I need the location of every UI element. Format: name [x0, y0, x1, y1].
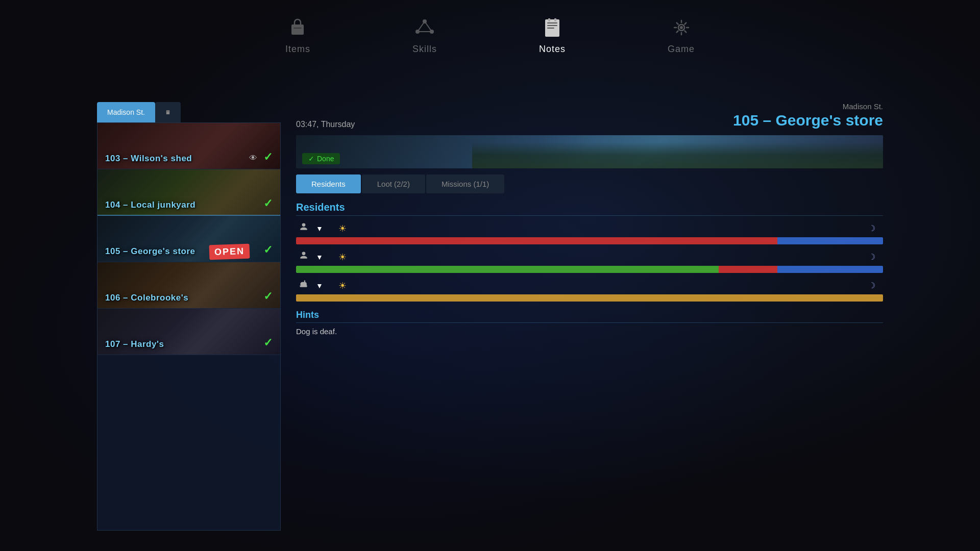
location-name-107: 107 – Hardy's	[105, 339, 164, 349]
left-panel: Madison St. 103 – Wilson's shed 👁 ✓	[97, 102, 281, 531]
sun-icon-3: ☀	[338, 280, 347, 291]
location-item-106[interactable]: 106 – Colebrooke's ✓	[97, 262, 280, 309]
arrow-icon-3: ▼	[316, 282, 323, 290]
hints-title: Hints	[296, 310, 883, 323]
nav-skills-label: Skills	[412, 44, 437, 55]
bar-blue-1	[777, 237, 883, 244]
location-name-103: 103 – Wilson's shed	[105, 154, 192, 164]
bar-red-1	[296, 237, 777, 244]
activity-bar-1	[296, 237, 883, 244]
location-item-107[interactable]: 107 – Hardy's ✓	[97, 309, 280, 355]
location-parent: Madison St.	[733, 102, 883, 111]
nav-notes-label: Notes	[539, 44, 566, 55]
svg-rect-20	[168, 110, 169, 111]
check-106: ✓	[263, 290, 273, 303]
tab-header: Madison St.	[97, 102, 281, 122]
location-item-103[interactable]: 103 – Wilson's shed 👁 ✓	[97, 123, 280, 169]
notes-tab-icon[interactable]	[155, 102, 181, 122]
svg-rect-19	[167, 110, 167, 111]
right-panel: 03:47, Thursday Madison St. 105 – George…	[296, 102, 883, 531]
tab-residents[interactable]: Residents	[296, 174, 361, 193]
nav-game-label: Game	[668, 44, 695, 55]
svg-rect-16	[166, 110, 169, 114]
location-item-104[interactable]: 104 – Local junkyard ✓	[97, 169, 280, 216]
share-icon	[412, 15, 437, 40]
open-sign: OPEN	[209, 244, 250, 260]
resident-icons-1: ▼ ☀ ☽	[296, 222, 883, 235]
hint-text: Dog is deaf.	[296, 327, 883, 336]
moon-icon-3: ☽	[868, 281, 875, 290]
bag-icon	[285, 15, 310, 40]
svg-rect-0	[291, 24, 304, 35]
bar-fill-1	[296, 237, 883, 244]
svg-point-21	[302, 223, 306, 227]
sun-icon-2: ☀	[338, 252, 347, 263]
check-107: ✓	[263, 336, 273, 349]
top-navigation: Items Skills Not	[0, 0, 980, 55]
svg-line-6	[425, 21, 432, 32]
arrow-icon-2: ▼	[316, 253, 323, 261]
done-label: Done	[317, 155, 334, 163]
check-103: ✓	[263, 151, 273, 164]
residents-section: Residents ▼ ☀ ☽	[296, 202, 883, 531]
bar-fill-2	[296, 266, 883, 273]
nav-notes[interactable]: Notes	[539, 15, 566, 55]
location-name-105: 105 – George's store	[105, 246, 195, 257]
svg-rect-9	[547, 22, 557, 23]
bar-red-2	[719, 266, 777, 273]
resident-icons-2: ▼ ☀ ☽	[296, 251, 883, 263]
nav-items[interactable]: Items	[285, 15, 310, 55]
dog-icon	[299, 279, 311, 292]
location-name-106: 106 – Colebrooke's	[105, 293, 188, 303]
location-name-104: 104 – Local junkyard	[105, 200, 195, 210]
location-preview: ✓ Done	[296, 135, 883, 168]
svg-line-5	[418, 21, 425, 32]
resident-row-1: ▼ ☀ ☽	[296, 222, 883, 244]
resident-row-2: ▼ ☀ ☽	[296, 251, 883, 273]
svg-rect-11	[547, 28, 554, 29]
person-icon-1	[299, 222, 311, 235]
person-icon-2	[299, 251, 311, 263]
detail-header: 03:47, Thursday Madison St. 105 – George…	[296, 102, 883, 129]
moon-icon-2: ☽	[868, 252, 875, 262]
svg-rect-13	[554, 18, 556, 21]
moon-icon-1: ☽	[868, 223, 875, 233]
drag-handle: ⠿	[279, 320, 281, 333]
check-104: ✓	[263, 197, 273, 210]
arrow-icon-1: ▼	[316, 224, 323, 233]
madison-tab[interactable]: Madison St.	[97, 102, 155, 122]
nav-game[interactable]: Game	[668, 15, 695, 55]
check-105: ✓	[263, 243, 273, 257]
residents-title: Residents	[296, 202, 883, 216]
hints-section: Hints Dog is deaf.	[296, 310, 883, 336]
gear-icon	[669, 15, 694, 40]
resident-row-3: ▼ ☀ ☽	[296, 279, 883, 302]
resident-icons-3: ▼ ☀ ☽	[296, 279, 883, 292]
bar-green-2	[296, 266, 719, 273]
time-display: 03:47, Thursday	[296, 120, 355, 129]
preview-buildings	[472, 135, 883, 168]
main-content: Madison St. 103 – Wilson's shed 👁 ✓	[97, 102, 883, 531]
done-badge: ✓ Done	[302, 153, 340, 164]
svg-point-15	[680, 26, 683, 29]
tab-missions[interactable]: Missions (1/1)	[426, 174, 504, 193]
nav-items-label: Items	[285, 44, 310, 55]
sun-icon-1: ☀	[338, 223, 347, 234]
notes-icon	[540, 15, 565, 40]
eye-icon-103: 👁	[249, 154, 257, 163]
location-list[interactable]: 103 – Wilson's shed 👁 ✓ 104 – Local junk…	[97, 122, 281, 531]
location-header-right: Madison St. 105 – George's store	[733, 102, 883, 129]
svg-rect-10	[547, 25, 557, 26]
location-title: 105 – George's store	[733, 112, 883, 129]
bar-gold-3	[296, 294, 883, 302]
svg-point-22	[302, 252, 306, 256]
tab-loot[interactable]: Loot (2/2)	[362, 174, 425, 193]
nav-skills[interactable]: Skills	[412, 15, 437, 55]
bar-blue-2	[777, 266, 883, 273]
content-tabs: Residents Loot (2/2) Missions (1/1)	[296, 174, 883, 193]
svg-rect-1	[293, 28, 302, 29]
activity-bar-3	[296, 294, 883, 302]
svg-rect-12	[548, 18, 550, 21]
location-item-105[interactable]: OPEN 105 – George's store ✓	[97, 216, 280, 262]
done-check-icon: ✓	[308, 155, 314, 163]
